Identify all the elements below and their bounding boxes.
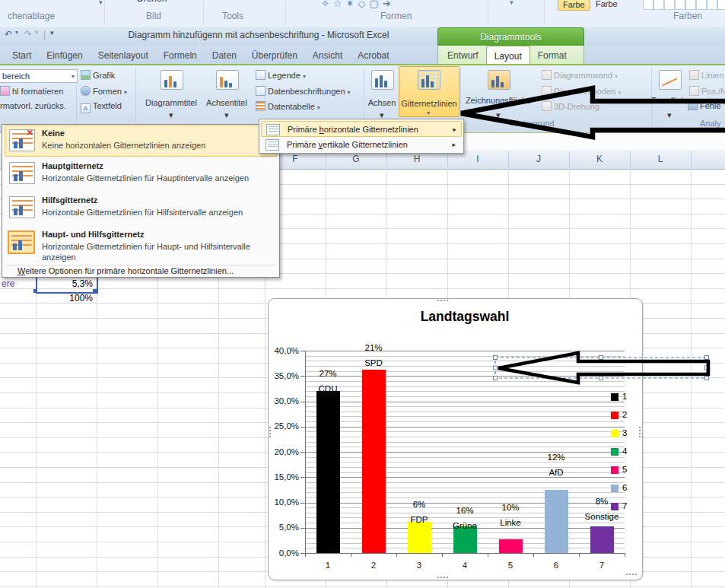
reset-style-button[interactable]: rmatvorl. zurücks. <box>0 101 66 110</box>
legend-swatch-2[interactable] <box>611 412 618 419</box>
color-swatch[interactable] <box>696 0 707 10</box>
column-header-L[interactable]: L <box>630 150 691 169</box>
color-swatch[interactable] <box>675 0 685 10</box>
star-shape-icon[interactable]: ✧ <box>321 0 329 9</box>
grafik-button[interactable]: Grafik <box>81 70 115 80</box>
menu-item-hilfsgitternetz[interactable]: HilfsgitternetzHorizontale Gitternetzlin… <box>2 192 279 226</box>
star6-shape-icon[interactable]: ✶ <box>346 0 355 9</box>
datenbeschriftungen-button[interactable]: Datenbeschriftungen ▾ <box>256 86 351 96</box>
y-axis-label: 15,0% <box>264 472 299 482</box>
legend-label-6[interactable]: 6 <box>622 483 627 492</box>
tab-formeln[interactable]: Formeln <box>156 46 205 65</box>
tab-acrobat[interactable]: Acrobat <box>350 46 396 65</box>
drehen-button-partial[interactable]: Drehen <box>137 0 167 4</box>
menu-item-hauptgitternetz[interactable]: HauptgitternetzHorizontale Gitternetzlin… <box>2 157 279 192</box>
star-shape-icon[interactable]: ☆ <box>333 0 342 9</box>
tab-seitenlayout[interactable]: Seitenlayout <box>91 46 156 65</box>
chart-element-combo[interactable]: bereich▾ <box>0 69 78 83</box>
legend-label-4[interactable]: 4 <box>622 447 627 456</box>
chart-resize-handle[interactable] <box>626 574 637 575</box>
data-label-AfD[interactable]: 12%AfD <box>532 450 580 480</box>
chart-resize-handle[interactable] <box>437 577 450 578</box>
legend-label-3[interactable]: 3 <box>622 428 627 437</box>
menu-item-keine[interactable]: ✕KeineKeine horizontalen Gitternetzlinie… <box>2 125 279 157</box>
redo-icon[interactable]: ↷ <box>24 29 32 40</box>
gridline-minor <box>305 386 625 387</box>
farbe2-button[interactable]: Farbe <box>591 0 622 9</box>
column-header-K[interactable]: K <box>569 150 630 169</box>
tab-format[interactable]: Format <box>530 46 574 65</box>
selection-handle[interactable] <box>33 289 37 293</box>
legend-swatch-3[interactable] <box>611 430 618 437</box>
tab-daten[interactable]: Daten <box>205 46 244 65</box>
selected-cell-border[interactable] <box>36 276 98 294</box>
chevron-down-icon[interactable]: ▾ <box>99 0 103 6</box>
tab-layout[interactable]: Layout <box>486 46 530 65</box>
undo-icon[interactable]: ↶ <box>5 29 12 40</box>
color-swatch[interactable] <box>717 0 725 10</box>
data-label-Linke[interactable]: 10%Linke <box>486 500 535 530</box>
data-label-Sonstige[interactable]: 8%Sonstige <box>577 494 626 524</box>
color-swatch[interactable] <box>664 0 675 10</box>
tab-ansicht[interactable]: Ansicht <box>305 46 350 65</box>
column-header-J[interactable]: J <box>508 150 569 169</box>
data-label-SPD[interactable]: 21%SPD <box>349 340 398 370</box>
legend-swatch-7[interactable] <box>611 503 618 510</box>
arrow-shape-icon[interactable]: ➔ <box>383 0 391 9</box>
legend-label-7[interactable]: 7 <box>622 501 627 510</box>
textfeld-button[interactable]: ATextfeld <box>81 101 122 113</box>
color-swatch[interactable] <box>685 0 696 10</box>
legende-button[interactable]: Legende ▾ <box>256 70 306 80</box>
submenu-item-vertical[interactable]: Primäre vertikale Gitternetzlinien▸ <box>261 137 460 152</box>
chart-title[interactable]: Landtagswahl <box>343 309 587 325</box>
legend-label-2[interactable]: 2 <box>622 410 627 419</box>
data-label-Grüne[interactable]: 16%Grüne <box>440 503 489 533</box>
chart-frame[interactable]: Landtagswahl 0,0%5,0%10,0%15,0%20,0%25,0… <box>268 298 643 580</box>
data-bar-CDU[interactable] <box>316 391 340 553</box>
farbe1-button[interactable]: Farbe <box>558 0 590 11</box>
chart-resize-handle[interactable] <box>437 300 450 301</box>
cell-partial-text[interactable]: ere <box>2 278 14 289</box>
chevron-down-icon[interactable]: ▾ <box>510 0 514 6</box>
cell-sum-value[interactable]: 100% <box>38 293 93 304</box>
shapes-gallery[interactable]: ✧☆✶◇▢➔ <box>321 0 395 10</box>
tab-einfuegen[interactable]: Einfügen <box>39 46 90 65</box>
qat-customize-icon[interactable]: ▾ <box>50 29 54 37</box>
submenu-item-horizontal[interactable]: Primäre horizontale Gitternetzlinien▸ <box>261 121 462 137</box>
column-separator <box>630 151 631 167</box>
legend-swatch-4[interactable] <box>611 448 618 456</box>
legend-swatch-1[interactable] <box>611 393 618 401</box>
diamond-shape-icon[interactable]: ◇ <box>358 0 365 9</box>
color-swatch[interactable] <box>643 0 653 10</box>
data-bar-Linke[interactable] <box>499 539 523 553</box>
legend-swatch-5[interactable] <box>611 466 618 474</box>
menu-item-haupt-und-hilfsgitternetz[interactable]: Haupt- und HilfsgitternetzHorizontale Gi… <box>2 226 279 265</box>
data-bar-Sonstige[interactable] <box>590 526 614 553</box>
data-label-FDP[interactable]: 6%FDP <box>395 497 444 527</box>
legend-label-5[interactable]: 5 <box>622 465 627 474</box>
gitternetzlinien-button[interactable]: Gitternetzlinien ▾ <box>399 66 459 117</box>
legend-swatch-6[interactable] <box>611 485 618 492</box>
legend-label-1[interactable]: 1 <box>622 392 627 401</box>
data-bar-AfD[interactable] <box>545 490 568 553</box>
tab-ueberpruefen[interactable]: Überprüfen <box>244 46 305 65</box>
tab-start[interactable]: Start <box>5 46 39 65</box>
chart-resize-handle[interactable] <box>269 427 271 439</box>
rect-shape-icon[interactable]: ▢ <box>369 0 378 9</box>
undo-dropdown-icon[interactable]: ▾ <box>15 29 18 36</box>
data-label-CDU[interactable]: 27%CDU <box>304 366 352 396</box>
redo-dropdown-icon[interactable]: ▾ <box>35 29 38 36</box>
format-selection-button[interactable]: hl formatieren <box>0 86 63 96</box>
tab-entwurf[interactable]: Entwurf <box>440 46 486 65</box>
color-swatch[interactable] <box>707 0 717 10</box>
achsentitel-icon <box>216 70 239 90</box>
menu-more-options[interactable]: Weitere Optionen für primäre horizontale… <box>17 266 234 275</box>
chart-resize-handle[interactable] <box>639 427 641 439</box>
color-swatch[interactable] <box>653 0 664 10</box>
diagrammwand-button: Diagrammwand ▾ <box>542 70 618 80</box>
fehlerindikatoren-button[interactable]: Fehle <box>688 100 721 110</box>
datentabelle-button[interactable]: Datentabelle ▾ <box>256 101 320 111</box>
selection-handle[interactable] <box>93 289 97 293</box>
formen-button[interactable]: Formen ▾ <box>81 86 127 96</box>
data-bar-SPD[interactable] <box>362 370 386 553</box>
